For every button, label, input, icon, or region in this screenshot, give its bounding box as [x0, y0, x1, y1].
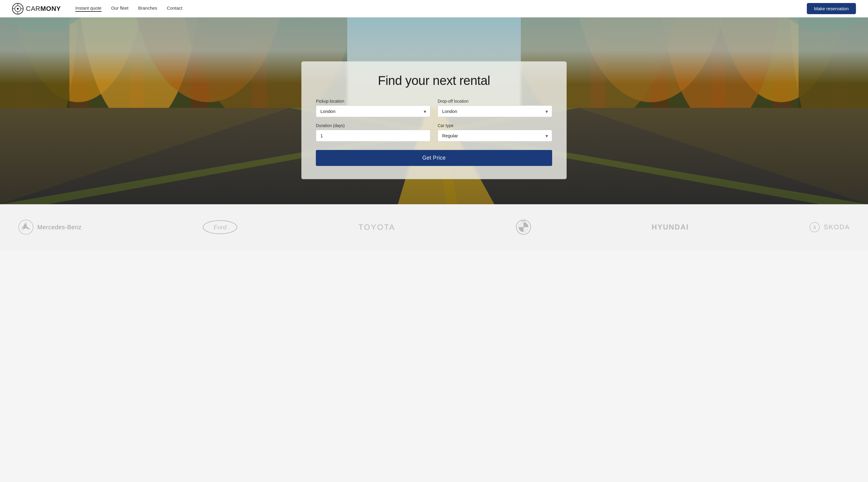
brand-toyota: TOYOTA: [358, 223, 396, 232]
car-type-select-wrap: Regular SUV Luxury Van Electric: [438, 130, 552, 141]
get-price-button[interactable]: Get Price: [316, 150, 552, 166]
ford-logo: Ford: [202, 219, 238, 235]
car-type-label: Car type: [438, 123, 552, 128]
make-reservation-button[interactable]: Make reservation: [807, 3, 856, 14]
mercedes-benz-label: Mercedes-Benz: [37, 224, 82, 231]
logo-icon: [12, 3, 24, 14]
search-card: Find your next rental Pickup location Lo…: [301, 61, 567, 179]
toyota-label: TOYOTA: [358, 223, 396, 232]
nav-instant-quote[interactable]: Instant quote: [75, 5, 101, 12]
dropoff-location-select-wrap: London Manchester Birmingham Edinburgh G…: [438, 105, 552, 117]
hero-section: Find your next rental Pickup location Lo…: [0, 18, 868, 204]
dropoff-location-label: Drop-off location: [438, 99, 552, 104]
svg-text:BMW: BMW: [521, 220, 526, 222]
form-row-2: Duration (days) Car type Regular SUV Lux…: [316, 123, 552, 141]
pickup-location-select-wrap: London Manchester Birmingham Edinburgh G…: [316, 105, 430, 117]
brand-ford: Ford: [202, 219, 238, 235]
car-type-select[interactable]: Regular SUV Luxury Van Electric: [438, 130, 552, 141]
pickup-location-group: Pickup location London Manchester Birmin…: [316, 99, 430, 117]
brand-bmw: BMW: [516, 219, 531, 235]
skoda-label: SKODA: [824, 223, 850, 231]
nav-links: Instant quote Our fleet Branches Contact: [75, 5, 807, 12]
svg-point-2: [17, 8, 19, 10]
logo[interactable]: CARMONY: [12, 3, 61, 14]
brands-section: Mercedes-Benz Ford TOYOTA BMW HYUNDAI: [0, 204, 868, 250]
hero-title: Find your next rental: [316, 73, 552, 88]
bmw-logo: BMW: [516, 219, 531, 235]
nav-branches[interactable]: Branches: [138, 5, 157, 12]
nav-our-fleet[interactable]: Our fleet: [111, 5, 129, 12]
form-row-1: Pickup location London Manchester Birmin…: [316, 99, 552, 117]
duration-label: Duration (days): [316, 123, 430, 128]
navbar: CARMONY Instant quote Our fleet Branches…: [0, 0, 868, 18]
pickup-location-select[interactable]: London Manchester Birmingham Edinburgh G…: [316, 105, 430, 117]
svg-text:Ford: Ford: [213, 223, 227, 231]
skoda-logo-icon: Š: [809, 222, 820, 232]
dropoff-location-select[interactable]: London Manchester Birmingham Edinburgh G…: [438, 105, 552, 117]
logo-text: CARMONY: [26, 5, 61, 13]
duration-group: Duration (days): [316, 123, 430, 141]
svg-point-46: [25, 226, 27, 228]
duration-input[interactable]: [316, 130, 430, 141]
mercedes-benz-logo: [18, 219, 34, 235]
brand-hyundai: HYUNDAI: [652, 223, 689, 231]
pickup-location-label: Pickup location: [316, 99, 430, 104]
svg-text:Š: Š: [813, 225, 816, 230]
car-type-group: Car type Regular SUV Luxury Van Electric: [438, 123, 552, 141]
hyundai-label: HYUNDAI: [652, 223, 689, 231]
brand-mercedes: Mercedes-Benz: [18, 219, 82, 235]
nav-contact[interactable]: Contact: [167, 5, 183, 12]
dropoff-location-group: Drop-off location London Manchester Birm…: [438, 99, 552, 117]
brand-skoda: Š SKODA: [809, 222, 850, 232]
